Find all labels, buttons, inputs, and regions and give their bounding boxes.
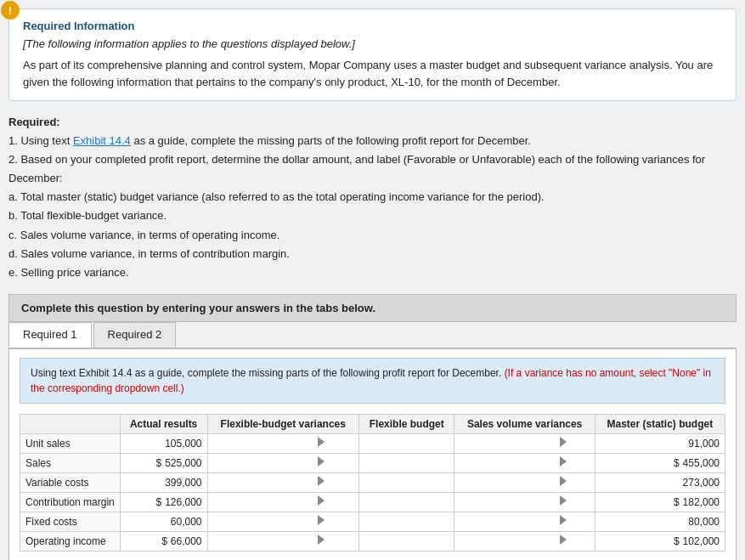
col-header-actual: Actual results <box>120 414 207 433</box>
required-line1: 1. Using text Exhibit 14.4 as a guide, c… <box>8 132 737 150</box>
instruction-bar: Using text Exhibit 14.4 as a guide, comp… <box>20 358 725 404</box>
sales-vol-dropdown-0[interactable] <box>560 437 567 447</box>
sales-vol-cell-2[interactable] <box>454 472 595 492</box>
col-header-label <box>20 414 121 433</box>
required-line-c: c. Sales volume variance, in terms of op… <box>8 226 737 245</box>
info-icon: ! <box>1 1 20 20</box>
tab-required-2[interactable]: Required 2 <box>93 322 177 348</box>
actual-cell-0: 105,000 <box>120 433 207 453</box>
sales-vol-cell-3[interactable] <box>454 492 595 512</box>
sales-vol-dropdown-2[interactable] <box>560 476 567 486</box>
exhibit-link[interactable]: Exhibit 14.4 <box>73 134 131 147</box>
row-label-4: Fixed costs <box>20 512 121 531</box>
row-label-2: Variable costs <box>20 472 121 492</box>
flex-var-cell-3[interactable] <box>207 492 359 512</box>
flex-var-dropdown-4[interactable] <box>318 515 325 525</box>
info-box-title: Required Information <box>23 20 722 32</box>
flex-var-dropdown-1[interactable] <box>318 456 325 467</box>
col-header-flex-budget: Flexible budget <box>359 414 454 433</box>
actual-cell-2: 399,000 <box>120 472 207 492</box>
sales-vol-dropdown-3[interactable] <box>560 495 567 506</box>
flex-var-input-3[interactable] <box>241 495 318 510</box>
required-line2: 2. Based on your completed profit report… <box>8 150 737 188</box>
flex-budget-input-4[interactable] <box>375 514 452 529</box>
flex-budget-cell-5[interactable] <box>359 531 454 551</box>
profit-table: Actual results Flexible-budget variances… <box>20 414 725 552</box>
flex-var-input-5[interactable] <box>241 534 318 549</box>
row-label-3: Contribution margin <box>20 492 121 512</box>
tab-required-1[interactable]: Required 1 <box>8 322 92 348</box>
flex-budget-cell-3[interactable] <box>359 492 454 512</box>
col-header-sales-vol: Sales volume variances <box>454 414 595 433</box>
sales-vol-input-4[interactable] <box>483 514 560 529</box>
required-line-e: e. Selling price variance. <box>8 263 737 282</box>
sales-vol-cell-0[interactable] <box>454 433 595 453</box>
sales-vol-cell-1[interactable] <box>454 453 595 472</box>
flex-var-input-4[interactable] <box>241 514 318 529</box>
flex-var-dropdown-5[interactable] <box>318 535 325 545</box>
master-cell-3: $182,000 <box>595 492 725 512</box>
flex-budget-input-2[interactable] <box>375 475 452 490</box>
sales-vol-dropdown-1[interactable] <box>560 456 567 467</box>
actual-cell-5: $66,000 <box>120 531 207 551</box>
flex-var-cell-1[interactable] <box>207 453 359 472</box>
flex-budget-input-0[interactable] <box>375 436 452 451</box>
flex-var-cell-2[interactable] <box>207 472 359 492</box>
sales-vol-input-0[interactable] <box>483 436 560 451</box>
instruction-text-pre: Using text Exhibit 14.4 as a guide, comp… <box>31 367 505 379</box>
flex-budget-cell-1[interactable] <box>359 453 454 472</box>
master-cell-0: 91,000 <box>595 433 725 453</box>
sales-vol-input-3[interactable] <box>483 495 560 510</box>
col-header-flex-var: Flexible-budget variances <box>207 414 359 433</box>
master-cell-5: $102,000 <box>595 531 725 551</box>
sales-vol-dropdown-4[interactable] <box>560 515 567 525</box>
flex-var-dropdown-3[interactable] <box>318 495 325 506</box>
flex-budget-input-5[interactable] <box>375 534 452 549</box>
tabs-row: Required 1 Required 2 <box>8 322 737 349</box>
required-line-b: b. Total flexible-budget variance. <box>8 206 737 225</box>
flex-var-dropdown-0[interactable] <box>318 437 325 447</box>
sales-vol-dropdown-5[interactable] <box>560 535 567 545</box>
info-box: ! Required Information [The following in… <box>8 8 737 101</box>
flex-var-input-1[interactable] <box>241 455 318 471</box>
flex-budget-input-1[interactable] <box>375 455 452 471</box>
actual-cell-3: $126,000 <box>120 492 207 512</box>
flex-budget-input-3[interactable] <box>375 495 452 510</box>
flex-budget-cell-4[interactable] <box>359 512 454 531</box>
col-header-master: Master (static) budget <box>595 414 725 433</box>
master-cell-2: 273,000 <box>595 472 725 492</box>
row-label-5: Operating income <box>20 531 121 551</box>
flex-budget-cell-0[interactable] <box>359 433 454 453</box>
required-line-d: d. Sales volume variance, in terms of co… <box>8 245 737 263</box>
sales-vol-cell-5[interactable] <box>454 531 595 551</box>
info-box-subtitle: [The following information applies to th… <box>23 37 722 50</box>
flex-var-cell-0[interactable] <box>207 433 359 453</box>
actual-cell-4: 60,000 <box>120 512 207 531</box>
sales-vol-input-5[interactable] <box>483 534 560 549</box>
sales-vol-input-2[interactable] <box>483 475 560 490</box>
page-wrapper: ! Required Information [The following in… <box>8 8 737 560</box>
flex-budget-cell-2[interactable] <box>359 472 454 492</box>
required-line-a: a. Total master (static) budget variance… <box>8 188 737 206</box>
row-label-1: Sales <box>20 453 121 472</box>
row-label-0: Unit sales <box>20 433 121 453</box>
sales-vol-input-1[interactable] <box>483 455 560 471</box>
actual-cell-1: $525,000 <box>120 453 207 472</box>
flex-var-input-0[interactable] <box>241 436 318 451</box>
master-cell-4: 80,000 <box>595 512 725 531</box>
sales-vol-cell-4[interactable] <box>454 512 595 531</box>
flex-var-input-2[interactable] <box>241 475 318 490</box>
info-box-body: As part of its comprehensive planning an… <box>23 57 722 90</box>
master-cell-1: $455,000 <box>595 453 725 472</box>
flex-var-dropdown-2[interactable] <box>318 476 325 486</box>
content-area: Using text Exhibit 14.4 as a guide, comp… <box>8 349 737 560</box>
flex-var-cell-5[interactable] <box>207 531 359 551</box>
required-section: Required: 1. Using text Exhibit 14.4 as … <box>8 113 737 282</box>
required-heading: Required: <box>8 113 737 132</box>
flex-var-cell-4[interactable] <box>207 512 359 531</box>
complete-bar: Complete this question by entering your … <box>8 294 737 322</box>
